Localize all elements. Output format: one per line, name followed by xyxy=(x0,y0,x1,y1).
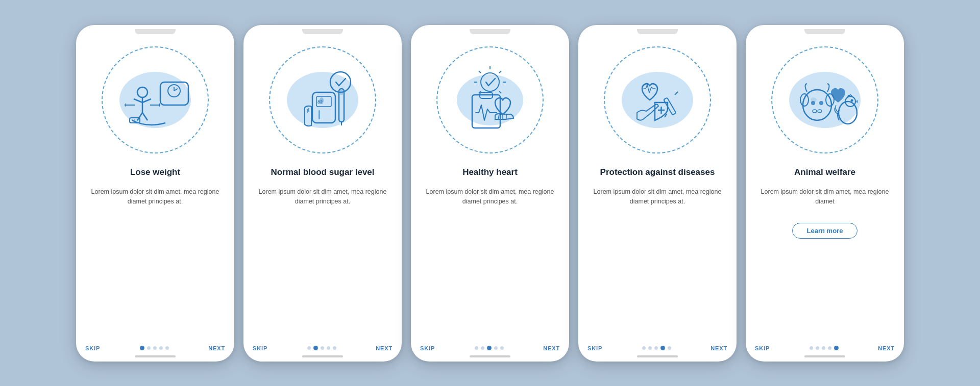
phone-footer-blood-sugar: SKIP NEXT xyxy=(243,342,402,353)
phone-footer-animal-welfare: SKIP NEXT xyxy=(746,342,904,353)
next-button-3[interactable]: NEXT xyxy=(543,345,560,351)
next-button-2[interactable]: NEXT xyxy=(376,345,393,351)
illustration-blood-sugar: 82 xyxy=(264,41,381,159)
next-button-4[interactable]: NEXT xyxy=(710,345,727,351)
phone-footer-lose-weight: SKIP NEXT xyxy=(76,342,234,353)
dot xyxy=(494,346,498,350)
dot-active xyxy=(487,346,492,350)
illustration-animal-welfare xyxy=(766,41,884,159)
home-indicator xyxy=(470,355,510,357)
dot xyxy=(333,346,336,350)
dot xyxy=(165,346,169,350)
dot xyxy=(321,346,324,350)
dots-row-3 xyxy=(475,346,504,350)
protection-icon xyxy=(611,54,703,146)
svg-line-9 xyxy=(142,113,148,120)
blood-sugar-icon: 82 xyxy=(277,54,369,146)
learn-more-button[interactable]: Learn more xyxy=(792,223,858,239)
phone-content: Protection against diseases Lorem ipsum … xyxy=(578,34,737,342)
svg-marker-13 xyxy=(159,103,160,107)
illustration-protection xyxy=(599,41,716,159)
skip-button-4[interactable]: SKIP xyxy=(587,345,602,351)
skip-button-3[interactable]: SKIP xyxy=(420,345,435,351)
animal-welfare-icon xyxy=(779,54,871,146)
svg-point-4 xyxy=(137,87,148,97)
skip-button-1[interactable]: SKIP xyxy=(85,345,100,351)
dot xyxy=(810,346,813,350)
phone-notch xyxy=(637,29,678,34)
dots-row-4 xyxy=(642,346,671,350)
phone-desc-animal-welfare: Lorem ipsum dolor sit dim amet, mea regi… xyxy=(755,187,895,219)
dot xyxy=(500,346,504,350)
illustration-healthy-heart xyxy=(431,41,549,159)
phone-content: Healthy heart Lorem ipsum dolor sit dim … xyxy=(411,34,569,342)
dot xyxy=(481,346,484,350)
phone-content: 82 Normal blood sugar level Lorem ipsum … xyxy=(243,34,402,342)
svg-line-31 xyxy=(499,71,501,73)
phone-footer-protection: SKIP NEXT xyxy=(578,342,737,353)
skip-button-2[interactable]: SKIP xyxy=(253,345,267,351)
phone-title-healthy-heart: Healthy heart xyxy=(462,162,518,183)
phone-title-animal-welfare: Animal welfare xyxy=(794,162,855,183)
lose-weight-icon xyxy=(109,54,201,146)
phone-title-protection: Protection against diseases xyxy=(600,162,715,183)
phone-footer-healthy-heart: SKIP NEXT xyxy=(411,342,569,353)
svg-line-3 xyxy=(174,89,178,91)
dot-active xyxy=(834,346,839,350)
dot xyxy=(648,346,652,350)
svg-rect-0 xyxy=(160,82,188,105)
dot xyxy=(327,346,330,350)
dots-row-5 xyxy=(810,346,839,350)
phone-notch xyxy=(302,29,343,34)
svg-text:82: 82 xyxy=(317,99,323,105)
svg-rect-44 xyxy=(664,97,676,115)
phone-protection: Protection against diseases Lorem ipsum … xyxy=(578,25,737,362)
dots-row-2 xyxy=(307,346,336,350)
dot-active xyxy=(660,346,665,350)
dot xyxy=(816,346,819,350)
illustration-lose-weight xyxy=(96,41,214,159)
phone-blood-sugar: 82 Normal blood sugar level Lorem ipsum … xyxy=(243,25,402,362)
dots-row-1 xyxy=(140,346,169,350)
phone-desc-blood-sugar: Lorem ipsum dolor sit dim amet, mea regi… xyxy=(253,187,393,219)
phone-notch xyxy=(804,29,845,34)
svg-line-6 xyxy=(134,99,142,102)
phone-notch xyxy=(470,29,510,34)
phone-title-lose-weight: Lose weight xyxy=(130,162,180,183)
dot xyxy=(828,346,831,350)
home-indicator xyxy=(637,355,678,357)
svg-rect-23 xyxy=(318,110,320,119)
phone-healthy-heart: Healthy heart Lorem ipsum dolor sit dim … xyxy=(411,25,569,362)
dot xyxy=(654,346,658,350)
svg-line-34 xyxy=(479,71,481,73)
dot xyxy=(475,346,478,350)
dot xyxy=(153,346,157,350)
dot xyxy=(147,346,151,350)
svg-line-33 xyxy=(499,91,501,93)
next-button-1[interactable]: NEXT xyxy=(208,345,225,351)
phone-desc-protection: Lorem ipsum dolor sit dim amet, mea regi… xyxy=(587,187,727,219)
phone-desc-healthy-heart: Lorem ipsum dolor sit dim amet, mea regi… xyxy=(420,187,560,219)
dot xyxy=(307,346,311,350)
phone-title-blood-sugar: Normal blood sugar level xyxy=(271,162,374,183)
svg-point-53 xyxy=(818,110,822,113)
dot-active xyxy=(313,346,318,350)
phones-container: Lose weight Lorem ipsum dolor sit dim am… xyxy=(66,15,914,372)
phone-notch xyxy=(135,29,176,34)
next-button-5[interactable]: NEXT xyxy=(878,345,895,351)
healthy-heart-icon xyxy=(444,54,536,146)
phone-content: Animal welfare Lorem ipsum dolor sit dim… xyxy=(746,34,904,342)
home-indicator xyxy=(804,355,845,357)
dot xyxy=(642,346,646,350)
svg-line-45 xyxy=(675,92,678,95)
svg-line-7 xyxy=(142,99,151,102)
learn-more-container: Learn more xyxy=(792,223,858,242)
dot xyxy=(822,346,825,350)
phone-lose-weight: Lose weight Lorem ipsum dolor sit dim am… xyxy=(76,25,234,362)
svg-point-57 xyxy=(851,99,853,101)
svg-marker-11 xyxy=(125,103,126,107)
svg-point-51 xyxy=(819,101,823,105)
svg-point-29 xyxy=(481,73,499,91)
dot-active xyxy=(140,346,144,350)
skip-button-5[interactable]: SKIP xyxy=(755,345,770,351)
